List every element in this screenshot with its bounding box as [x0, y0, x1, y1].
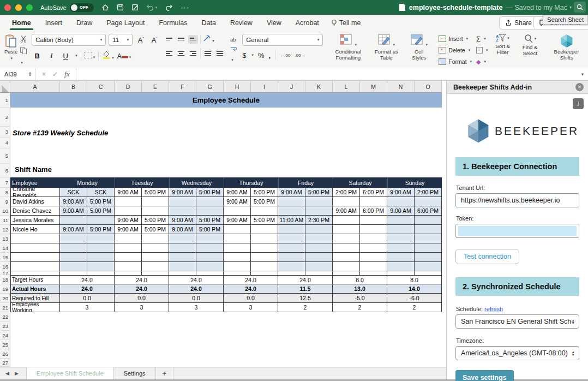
summary-value-cell[interactable]: 3 [169, 303, 224, 312]
shift-cell[interactable]: 9:00 AM [387, 188, 415, 197]
align-left-icon[interactable] [164, 49, 174, 58]
shift-cell[interactable]: 5:00 PM [142, 216, 169, 225]
increase-indent-icon[interactable] [215, 49, 225, 58]
tab-draw[interactable]: Draw [74, 15, 94, 31]
italic-button[interactable]: I [46, 51, 57, 60]
tab-review[interactable]: Review [228, 15, 255, 31]
spacer-cell[interactable] [87, 271, 115, 275]
shift-cell[interactable]: 9:00 AM [115, 225, 142, 234]
shift-cell[interactable]: SCK [60, 188, 87, 197]
autosave-toggle[interactable]: OFF [70, 3, 94, 12]
shift-cell[interactable] [333, 216, 360, 225]
shift-cell[interactable] [333, 197, 360, 206]
shift-cell[interactable]: 5:00 PM [142, 188, 169, 197]
spacer-cell[interactable] [224, 271, 251, 275]
close-pane-icon[interactable]: × [575, 83, 584, 91]
row-header-11[interactable]: 11 [0, 216, 10, 225]
insert-function-icon[interactable]: fx [64, 70, 69, 79]
shift-cell[interactable]: 5:00 PM [251, 188, 278, 197]
shift-cell[interactable] [360, 197, 387, 206]
font-color-icon[interactable]: A▾ [117, 51, 131, 61]
shift-name-label[interactable]: Shift Name [15, 165, 124, 175]
table-header-day[interactable]: Wednesday [169, 177, 224, 188]
shift-cell[interactable]: 9:00 AM [278, 188, 305, 197]
row-header-6[interactable]: 6 [0, 164, 10, 177]
tab-data[interactable]: Data [199, 15, 218, 31]
tab-view[interactable]: View [265, 15, 284, 31]
column-header-L[interactable]: L [333, 81, 360, 93]
summary-value-cell[interactable]: 13.0 [333, 284, 387, 294]
shift-cell[interactable] [224, 206, 251, 216]
table-header-day[interactable]: Monday [60, 177, 115, 188]
column-header-O[interactable]: O [415, 81, 442, 93]
spacer-cell[interactable] [333, 271, 360, 275]
shift-cell[interactable] [196, 262, 224, 271]
shift-cell[interactable] [305, 243, 333, 253]
row-header-25[interactable]: 25 [0, 340, 10, 349]
shift-cell[interactable] [142, 234, 169, 243]
summary-value-cell[interactable]: 0.0 [224, 294, 278, 303]
percent-format-icon[interactable]: % [258, 51, 265, 59]
shift-cell[interactable] [278, 243, 305, 253]
previous-sheet-icon[interactable]: ◀ [5, 371, 9, 376]
increase-font-icon[interactable]: Aˆ [135, 36, 146, 44]
spacer-cell[interactable] [60, 271, 87, 275]
column-header-C[interactable]: C [87, 81, 115, 93]
shift-cell[interactable] [278, 206, 305, 216]
shift-cell[interactable]: 5:00 PM [305, 188, 333, 197]
copy-icon[interactable]: ▾ [20, 46, 27, 66]
summary-value-cell[interactable]: 8.0 [387, 275, 442, 284]
row-header-8[interactable]: 8 [0, 188, 10, 197]
shift-cell[interactable] [60, 262, 87, 271]
shift-cell[interactable] [224, 234, 251, 243]
shift-cell[interactable]: 6:00 PM [415, 206, 442, 216]
spacer-cell[interactable] [305, 271, 333, 275]
row-header-10[interactable]: 10 [0, 206, 10, 216]
tab-formulas[interactable]: Formulas [157, 15, 189, 31]
summary-value-cell[interactable]: 8.0 [333, 275, 387, 284]
shift-cell[interactable]: 6:00 PM [360, 206, 387, 216]
row-header-21[interactable]: 21 [0, 303, 10, 312]
shift-cell[interactable]: 5:00 PM [87, 197, 115, 206]
cell-styles-button[interactable]: ▾ Cell Styles [407, 34, 431, 68]
shift-cell[interactable] [251, 243, 278, 253]
tab-tell-me[interactable]: Tell me [331, 19, 361, 27]
shift-cell[interactable]: 9:00 AM [169, 188, 196, 197]
shift-cell[interactable] [415, 197, 442, 206]
column-header-G[interactable]: G [196, 81, 224, 93]
shift-cell[interactable]: 9:00 AM [169, 216, 196, 225]
row-header-20[interactable]: 20 [0, 294, 10, 303]
row-header-24[interactable]: 24 [0, 331, 10, 340]
confirm-entry-icon[interactable]: ✓ [52, 70, 58, 78]
shift-cell[interactable] [169, 253, 196, 262]
table-header-employee[interactable]: Employee [10, 177, 60, 188]
currency-format-icon[interactable]: $ [242, 51, 246, 59]
row-header-22[interactable]: 22 [0, 312, 10, 322]
shift-cell[interactable] [415, 243, 442, 253]
shift-cell[interactable] [196, 243, 224, 253]
column-header-J[interactable]: J [278, 81, 305, 93]
shift-cell[interactable] [169, 234, 196, 243]
shift-cell[interactable] [87, 243, 115, 253]
summary-value-cell[interactable]: 2 [387, 303, 442, 312]
column-header-A[interactable]: A [10, 81, 60, 93]
summary-value-cell[interactable]: -5.0 [333, 294, 387, 303]
shift-cell[interactable] [251, 225, 278, 234]
fill-icon[interactable]: ↓▾ [476, 45, 488, 55]
summary-label-cell[interactable]: Employees Working [10, 303, 60, 312]
summary-value-cell[interactable]: 24.0 [115, 275, 169, 284]
shift-cell[interactable] [196, 234, 224, 243]
format-as-table-button[interactable]: ▾ Format as Table [372, 34, 400, 68]
shift-cell[interactable] [196, 197, 224, 206]
summary-value-cell[interactable]: 12.5 [278, 294, 333, 303]
shift-cell[interactable] [87, 253, 115, 262]
shift-cell[interactable]: 5:00 PM [87, 225, 115, 234]
table-header-day[interactable]: Tuesday [115, 177, 169, 188]
home-icon[interactable] [101, 4, 109, 11]
row-header-7[interactable]: 7 [0, 177, 10, 188]
shift-cell[interactable]: 5:00 PM [196, 216, 224, 225]
spacer-cell[interactable] [196, 271, 224, 275]
shift-cell[interactable] [305, 234, 333, 243]
row-header-2[interactable]: 2 [0, 108, 10, 127]
underline-button[interactable]: U [60, 52, 71, 60]
